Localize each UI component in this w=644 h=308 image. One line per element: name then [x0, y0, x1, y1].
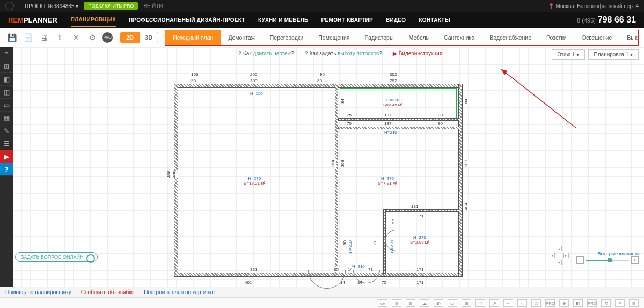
nav-contacts[interactable]: КОНТАКТЫ [419, 17, 450, 23]
nav-kitchen[interactable]: КУХНИ И МЕБЕЛЬ [258, 17, 309, 23]
sidebar-grid-icon[interactable]: ≡ [0, 47, 13, 60]
bb-tool-3[interactable]: ☁ [420, 299, 429, 307]
tab-plumbing[interactable]: Сантехника [436, 30, 482, 45]
pan-up-icon[interactable]: ▴ [557, 246, 562, 251]
bb-tool-13[interactable]: ◧ [573, 299, 583, 307]
sidebar-wall-icon[interactable]: ◧ [0, 73, 13, 86]
canvas[interactable]: ? Как двигать чертеж? ? Как задать высот… [13, 47, 644, 287]
sidebar-youtube-icon[interactable]: ▶ [0, 150, 13, 163]
svg-line-0 [501, 69, 576, 128]
annotation-arrow [496, 67, 582, 131]
share-icon[interactable]: ⇪ [54, 31, 67, 44]
pro-icon[interactable]: PRO [102, 32, 113, 43]
unit-label[interactable]: см [378, 299, 387, 307]
bb-tool-11[interactable]: ◎ [531, 299, 541, 307]
bb-tool-5[interactable]: ▭ [448, 299, 457, 307]
nav-planner[interactable]: ПЛАНИРОВЩИК [71, 17, 116, 27]
footer-build-link[interactable]: Построить план по картинке [144, 289, 215, 295]
tab-furniture[interactable]: Мебель [401, 30, 436, 45]
tab-rooms[interactable]: Помещения [311, 30, 357, 45]
help-height-link[interactable]: ? Как задать высоту потолков? [305, 50, 382, 56]
sidebar-door-icon[interactable]: ◫ [0, 86, 13, 99]
view-2d-button[interactable]: 2D [120, 32, 140, 43]
zoom-slider[interactable] [586, 260, 629, 261]
bb-tool-1[interactable]: ⊞ [392, 299, 401, 307]
bb-tool-6[interactable]: ⊡ [462, 299, 471, 307]
sidebar-window-icon[interactable]: ▭ [0, 99, 13, 112]
bb-tool-16[interactable]: ⊞ [629, 299, 639, 307]
print-icon[interactable]: 🖨 [38, 31, 50, 44]
nav-renovation[interactable]: РЕМОНТ КВАРТИР [321, 17, 373, 23]
pan-down-icon[interactable]: ▾ [557, 260, 562, 265]
zoom-in-button[interactable]: + [631, 256, 639, 264]
project-select[interactable]: ПРОЕКТ №3894885 ▾ [25, 3, 78, 9]
bb-tool-12[interactable]: ⊕ [559, 299, 569, 307]
bb-pro-2[interactable]: PRO [587, 299, 597, 307]
nav-design[interactable]: ПРОФЕССИОНАЛЬНЫЙ ДИЗАЙН-ПРОЕКТ [129, 17, 245, 23]
view-3d-button[interactable]: 3D [140, 32, 158, 43]
tab-lighting[interactable]: Освещение [574, 30, 620, 45]
settings-icon[interactable]: ⚙ [86, 31, 99, 44]
export-icon[interactable]: 📄 [21, 31, 34, 44]
tab-water[interactable]: Водоснабжение [482, 30, 539, 45]
help-move-link[interactable]: ? Как двигать чертеж? [238, 50, 294, 56]
tab-sockets[interactable]: Розетки [539, 30, 574, 45]
sidebar-help-icon[interactable]: ? [0, 163, 13, 176]
tab-radiators[interactable]: Радиаторы [357, 30, 401, 45]
location-link[interactable]: 📍 Москва, Варсонофьевский пер. 4 [548, 3, 639, 9]
pan-right-icon[interactable]: ▸ [564, 253, 569, 258]
layout-select[interactable]: Планировка 1 ▾ [588, 49, 639, 60]
tab-switches[interactable]: Выключатели [619, 30, 639, 45]
bb-tool-4[interactable]: ◐ [434, 299, 443, 307]
bb-tool-8[interactable]: ↗ [489, 299, 499, 307]
tab-source-plan[interactable]: Исходный план [165, 30, 221, 45]
bb-tool-10[interactable]: ○ [517, 299, 527, 307]
nav-video[interactable]: ВИДЕО [386, 17, 406, 23]
footer-help-link[interactable]: Помощь по планировщику [5, 289, 71, 295]
plan-tabs: Исходный план Демонтаж Перегородки Помещ… [165, 30, 639, 46]
logo[interactable]: REMPLANNER [8, 16, 57, 24]
exit-link[interactable]: ВЫЙТИ [143, 3, 163, 9]
tools-icon[interactable]: ✕ [70, 31, 83, 44]
hotkeys-link[interactable]: Быстрые клавиши [598, 251, 639, 256]
tab-demolition[interactable]: Демонтаж [221, 30, 262, 45]
svg-marker-1 [501, 69, 508, 75]
footer-report-link[interactable]: Сообщить об ошибке [81, 289, 134, 295]
bb-tool-7[interactable]: ⬚ [475, 299, 485, 307]
pan-arrows: ▴ ◂ ▸ ▾ [550, 246, 569, 265]
sidebar-layers-icon[interactable]: ☰ [0, 137, 13, 150]
ask-online-button[interactable]: ЗАДАТЬ ВОПРОС ОНЛАЙН [15, 252, 98, 262]
floorplan[interactable]: 106 200 95 302 96 200 85 292 466 488 H=1… [169, 69, 469, 283]
sidebar-note-icon[interactable]: ✎ [0, 124, 13, 137]
sidebar-ruler-icon[interactable]: ⊞ [0, 60, 13, 73]
sidebar-object-icon[interactable]: ▦ [0, 112, 13, 124]
bb-pro-1[interactable]: PRO [545, 299, 555, 307]
tab-partitions[interactable]: Перегородки [262, 30, 311, 45]
bb-tool-2[interactable]: ⊟ [406, 299, 415, 307]
bb-tool-15[interactable]: ✕ [615, 299, 625, 307]
save-icon[interactable]: 💾 [5, 31, 18, 44]
floor-select[interactable]: Этаж 1 ▾ [552, 49, 585, 60]
zoom-out-button[interactable]: − [576, 256, 584, 264]
pan-left-icon[interactable]: ◂ [550, 253, 555, 258]
bb-tool-14[interactable]: ⟲ [601, 299, 611, 307]
connect-pro-button[interactable]: ПОДКЛЮЧИТЬ PRO [84, 2, 138, 10]
help-video-link[interactable]: ▶ Видеоинструкция [393, 50, 442, 56]
bb-tool-9[interactable]: ↔ [503, 299, 513, 307]
phone: 8 (495) 798 66 31 [577, 15, 636, 25]
